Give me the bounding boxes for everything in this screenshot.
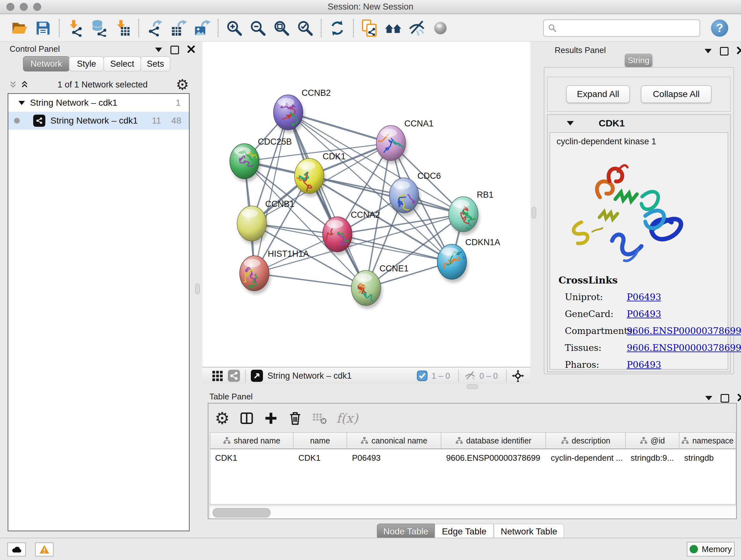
- zoom-out-icon[interactable]: [248, 18, 268, 38]
- network-canvas[interactable]: CCNB2CCNA1CDC25BCDK1CDC6RB1CCNB1CCNA2CDK…: [202, 42, 530, 367]
- collapse-all-button[interactable]: Collapse All: [641, 85, 712, 103]
- column-header-canonical-name[interactable]: canonical name: [347, 433, 441, 449]
- cell-database-identifier[interactable]: 9606.ENSP00000378699: [441, 449, 546, 466]
- network-row[interactable]: String Network – cdk1 1148: [8, 112, 189, 130]
- grid-view-icon[interactable]: [211, 370, 223, 382]
- crosslink-compartments-link[interactable]: 9606.ENSP00000378699: [627, 326, 741, 336]
- network-node-CCNB2[interactable]: CCNB2: [273, 88, 331, 133]
- zoom-selected-icon[interactable]: [295, 18, 315, 38]
- hide-selected-icon[interactable]: [407, 18, 427, 38]
- network-collection-row[interactable]: String Network – cdk1 1: [8, 94, 189, 112]
- panel-close-icon[interactable]: [187, 45, 195, 54]
- table-settings-gear-icon[interactable]: ⚙: [215, 411, 230, 426]
- cloud-button[interactable]: [7, 543, 26, 557]
- share-network-icon[interactable]: [228, 370, 240, 382]
- panel-close-icon[interactable]: [737, 47, 741, 56]
- cell-shared-name[interactable]: CDK1: [210, 449, 293, 466]
- column-header-name[interactable]: name: [293, 433, 347, 449]
- zoom-in-icon[interactable]: [224, 18, 245, 38]
- expand-all-button[interactable]: Expand All: [566, 85, 630, 103]
- splitter-handle-bottom[interactable]: [467, 384, 478, 389]
- table-row[interactable]: CDK1CDK1P064939606.ENSP00000378699cyclin…: [210, 449, 736, 466]
- panel-float-icon[interactable]: [720, 47, 729, 56]
- import-table-icon[interactable]: [112, 18, 133, 38]
- column-header-shared-name[interactable]: shared name: [210, 433, 293, 449]
- search-box[interactable]: [543, 19, 700, 37]
- network-node-CCNE1[interactable]: CCNE1: [351, 264, 409, 309]
- splitter-handle-left[interactable]: [195, 284, 200, 294]
- open-session-icon[interactable]: [9, 18, 30, 38]
- tab-network[interactable]: Network: [23, 56, 70, 71]
- column-header-description[interactable]: description: [546, 433, 626, 449]
- panel-menu-icon[interactable]: [704, 49, 712, 53]
- panel-float-icon[interactable]: [721, 394, 729, 402]
- zoom-fit-icon[interactable]: [271, 18, 292, 38]
- table-horizontal-scrollbar[interactable]: [210, 506, 736, 518]
- collection-expand-caret-icon[interactable]: [18, 101, 25, 105]
- search-input[interactable]: [560, 23, 696, 33]
- network-node-RB1[interactable]: RB1: [449, 190, 494, 237]
- panel-float-icon[interactable]: [171, 46, 179, 54]
- crosslink-tissues-link[interactable]: 9606.ENSP00000378699: [627, 343, 741, 353]
- save-session-icon[interactable]: [33, 18, 53, 38]
- expand-all-icon[interactable]: [20, 80, 29, 89]
- tab-node-table[interactable]: Node Table: [377, 523, 434, 540]
- panel-menu-icon[interactable]: [705, 396, 712, 400]
- delete-table-icon[interactable]: [312, 411, 327, 426]
- tab-network-table[interactable]: Network Table: [494, 523, 564, 540]
- splitter-handle-right[interactable]: [532, 207, 536, 219]
- refresh-view-icon[interactable]: [327, 18, 347, 38]
- toolbar-separator: [321, 19, 322, 37]
- column-header--id[interactable]: @id: [626, 433, 679, 449]
- function-builder-icon[interactable]: f(x): [336, 411, 358, 426]
- cell-name[interactable]: CDK1: [293, 449, 347, 466]
- cell-description[interactable]: cyclin-dependent ...: [546, 449, 626, 466]
- cell-canonical-name[interactable]: P06493: [347, 449, 441, 466]
- panel-menu-icon[interactable]: [155, 48, 162, 52]
- import-network-icon[interactable]: [65, 18, 85, 38]
- clone-network-icon[interactable]: [359, 18, 380, 38]
- network-edge: [254, 273, 366, 288]
- delete-column-icon[interactable]: [288, 411, 302, 426]
- open-in-window-icon[interactable]: [251, 370, 263, 382]
- column-header-database-identifier[interactable]: database identifier: [441, 433, 546, 449]
- fit-selected-icon[interactable]: [512, 370, 524, 382]
- network-node-CCNA1[interactable]: CCNA1: [368, 119, 433, 164]
- column-type-icon: [640, 437, 648, 444]
- network-node-CDC6[interactable]: CDC6: [389, 171, 441, 219]
- export-image-icon[interactable]: [192, 18, 212, 38]
- import-network-database-icon[interactable]: [89, 18, 109, 38]
- help-button[interactable]: ?: [711, 19, 728, 37]
- starter-panel-icon[interactable]: [383, 18, 403, 38]
- section-collapse-caret-icon[interactable]: [567, 121, 574, 125]
- column-header-namespace[interactable]: namespace: [679, 433, 736, 449]
- show-columns-icon[interactable]: [239, 411, 254, 426]
- scrollbar-thumb[interactable]: [212, 508, 271, 517]
- selected-checkbox-icon[interactable]: [416, 370, 428, 382]
- crosslink-uniprot-link[interactable]: P06493: [627, 292, 661, 302]
- network-node-HIST1H1A[interactable]: HIST1H1A: [238, 249, 309, 294]
- cell-namespace[interactable]: stringdb: [679, 449, 736, 466]
- cell--id[interactable]: stringdb:9...: [626, 449, 679, 466]
- memory-button[interactable]: Memory: [687, 542, 735, 557]
- tab-sets[interactable]: Sets: [140, 56, 171, 71]
- network-node-CCNB1[interactable]: CCNB1: [237, 199, 294, 244]
- tab-string[interactable]: String: [625, 54, 652, 67]
- warning-button[interactable]: [35, 543, 54, 557]
- hidden-eye-icon[interactable]: [464, 370, 476, 382]
- network-options-gear-icon[interactable]: ⚙: [176, 77, 189, 92]
- tab-style[interactable]: Style: [69, 56, 104, 71]
- export-network-icon[interactable]: [145, 18, 165, 38]
- create-column-icon[interactable]: [264, 411, 278, 426]
- export-table-icon[interactable]: [168, 18, 189, 38]
- tab-select[interactable]: Select: [104, 56, 141, 71]
- tab-edge-table[interactable]: Edge Table: [434, 523, 494, 540]
- crosslink-pharos-link[interactable]: P06493: [627, 360, 661, 370]
- column-label: name: [310, 436, 330, 445]
- level-of-detail-icon[interactable]: [430, 18, 451, 38]
- network-node-CDKN1A[interactable]: CDKN1A: [437, 238, 500, 283]
- collapse-all-icon[interactable]: [8, 80, 18, 89]
- crosslink-genecard-link[interactable]: P06493: [627, 309, 661, 319]
- panel-close-icon[interactable]: [738, 394, 741, 402]
- node-label-CCNA2: CCNA2: [351, 210, 380, 220]
